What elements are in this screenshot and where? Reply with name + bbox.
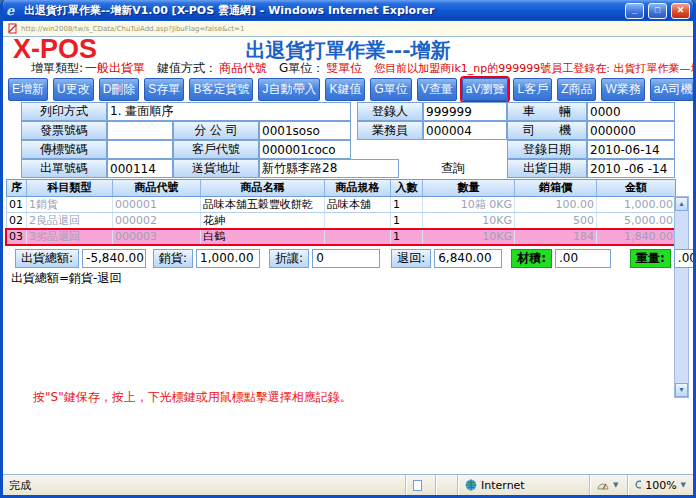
toolbar: E增新 U更改 D刪除 S存單 B客定貨號 J自動帶入 K鍵值 G單位 V查量 … — [8, 78, 688, 101]
zoom-dropdown-icon: ▼ — [681, 481, 686, 489]
print-mode-label: 列印方式 — [21, 102, 107, 121]
branch-label: 分 公 司 — [173, 121, 259, 140]
cell-amount: 1,000.00 — [597, 197, 675, 212]
scroll-up-icon[interactable]: ▲ — [675, 197, 688, 211]
cell-code: 000002 — [113, 213, 201, 228]
g-unit-label: G單位： — [279, 60, 324, 77]
operator-input[interactable] — [423, 102, 507, 121]
table-row-selected[interactable]: 03 3劣品退回 000003 白鶴 1 10KG 184 1,840.00 — [6, 229, 676, 245]
g-unit-value: 雙單位 — [326, 60, 362, 77]
col-code: 商品代號 — [113, 180, 201, 196]
col-spec: 商品規格 — [325, 180, 391, 196]
cell-units: 1 — [391, 197, 423, 212]
query-link[interactable]: 查詢 — [399, 159, 507, 178]
col-name: 商品名稱 — [201, 180, 325, 196]
toolbar-button-autofill[interactable]: J自動帶入 — [258, 78, 320, 101]
table-row[interactable]: 01 1銷貨 000001 品味本舖五穀豐收餅乾 品味本舖 1 10箱 0KG … — [6, 197, 676, 213]
vehicle-input[interactable] — [587, 102, 675, 121]
toolbar-button-edit[interactable]: U更改 — [53, 78, 94, 101]
discount-value: 0 — [312, 249, 380, 268]
cell-qty: 10KG — [423, 213, 515, 228]
toolbar-button-delete[interactable]: D刪除 — [99, 78, 140, 101]
formula-text: 出貨總額=銷貨-退回 — [11, 270, 121, 287]
branch-input[interactable] — [259, 121, 351, 140]
toolbar-button-browse[interactable]: aV瀏覽 — [462, 78, 509, 101]
toolbar-button-checkqty[interactable]: V查量 — [417, 78, 457, 101]
cell-qty: 10KG — [423, 229, 515, 244]
customer-code-input[interactable] — [259, 140, 351, 159]
sales-value: 1,000.00 — [196, 249, 260, 268]
col-amount: 金額 — [597, 180, 675, 196]
ship-date-input[interactable] — [587, 159, 675, 178]
operator-label: 登錄人 — [357, 102, 423, 121]
weight-label: 重量: — [630, 249, 671, 268]
maximize-button[interactable]: □ — [648, 3, 667, 19]
doc-no-label: 出單號碼 — [21, 159, 107, 178]
ship-date-label: 出貨日期 — [507, 159, 587, 178]
ship-address-label: 送貨地址 — [173, 159, 259, 178]
toolbar-button-add[interactable]: E增新 — [8, 78, 48, 101]
driver-label: 司 機 — [507, 121, 587, 140]
status-gauge-pane[interactable]: ▼ — [589, 475, 627, 495]
status-zoom-pane[interactable]: 100% ▼ — [627, 475, 693, 495]
items-table: 序 科目類型 商品代號 商品名稱 商品規格 入數 數量 銷箱價 金額 01 1銷… — [6, 179, 676, 245]
browser-window: e 出退貨打單作業--增新V1.00 [X-POS 雲通網] - Windows… — [0, 0, 696, 498]
cell-type: 2良品退回 — [27, 213, 113, 228]
url-text: http://win2008/tw/s_CData/ChuTuiAdd.asp?… — [21, 25, 244, 33]
title-bar[interactable]: e 出退貨打單作業--增新V1.00 [X-POS 雲通網] - Windows… — [3, 0, 693, 21]
reg-date-label: 登錄日期 — [507, 140, 587, 159]
col-seq: 序 — [7, 180, 27, 196]
discount-label: 折讓: — [269, 249, 309, 268]
customer-code-label: 客戶代號 — [173, 140, 259, 159]
total-label: 出貨總額: — [15, 249, 79, 268]
window-title: 出退貨打單作業--增新V1.00 [X-POS 雲通網] - Windows I… — [24, 3, 621, 18]
ie-logo-icon: e — [6, 4, 20, 18]
toolbar-button-unit[interactable]: G單位 — [370, 78, 411, 101]
scroll-down-icon[interactable]: ▼ — [675, 383, 688, 397]
cell-type: 1銷貨 — [27, 197, 113, 212]
page-content: X-POS 出退貨打單作業---增新 增單類型: 一般出貨單 鍵值方式： 商品代… — [3, 37, 693, 474]
toolbar-button-driver[interactable]: aA司機 — [650, 78, 693, 101]
return-label: 退回: — [391, 249, 431, 268]
toolbar-button-save[interactable]: S存單 — [144, 78, 184, 101]
cell-spec: 品味本舖 — [325, 197, 391, 212]
cell-amount: 5,000.00 — [597, 213, 675, 228]
cell-seq: 03 — [7, 229, 27, 244]
gauge-dropdown-icon: ▼ — [613, 481, 618, 489]
col-price: 銷箱價 — [515, 180, 597, 196]
login-info-text: 您目前以加盟商ik1_np的999999號員工登錄在: 出貨打單作業—增新 — [374, 61, 693, 76]
order-type-label: 增單類型: — [31, 60, 83, 77]
magnifier-icon — [635, 480, 641, 491]
table-row[interactable]: 02 2良品退回 000002 花紳 1 10KG 500 5,000.00 — [6, 213, 676, 229]
toolbar-button-product[interactable]: Z商品 — [557, 78, 596, 101]
vertical-scrollbar[interactable]: ▲ ▼ — [674, 196, 689, 398]
cell-spec — [325, 229, 391, 244]
print-mode-input[interactable] — [107, 102, 351, 121]
toolbar-button-customer[interactable]: L客戶 — [513, 78, 552, 101]
salesman-input[interactable] — [423, 121, 507, 140]
address-bar: http://win2008/tw/s_CData/ChuTuiAdd.asp?… — [3, 21, 693, 37]
close-button[interactable]: ✕ — [671, 3, 690, 19]
info-row: 增單類型: 一般出貨單 鍵值方式： 商品代號 G單位： 雙單位 您目前以加盟商i… — [31, 60, 685, 77]
cell-price: 100.00 — [515, 197, 597, 212]
internet-globe-icon — [465, 479, 477, 491]
doc-no-input[interactable] — [107, 159, 173, 178]
cell-qty: 10箱 0KG — [423, 197, 515, 212]
toolbar-button-customer-item[interactable]: B客定貨號 — [189, 78, 253, 101]
toolbar-button-keyvalue[interactable]: K鍵值 — [325, 78, 365, 101]
weight-value: .00 — [674, 249, 693, 268]
status-doc-pane — [405, 475, 435, 495]
cell-name: 白鶴 — [201, 229, 325, 244]
status-zone-label: Internet — [481, 479, 525, 492]
reg-date-input[interactable] — [587, 140, 675, 159]
invoice-no-input[interactable] — [107, 121, 173, 140]
status-empty-pane — [435, 475, 457, 495]
invoice-no-label: 發票號碼 — [21, 121, 107, 140]
ship-address-input[interactable] — [259, 159, 399, 178]
cell-price: 500 — [515, 213, 597, 228]
key-mode-label: 鍵值方式： — [157, 60, 217, 77]
minimize-button[interactable]: _ — [625, 3, 644, 19]
toolbar-button-sales[interactable]: W業務 — [601, 78, 644, 101]
label-no-input[interactable] — [107, 140, 173, 159]
driver-input[interactable] — [587, 121, 675, 140]
